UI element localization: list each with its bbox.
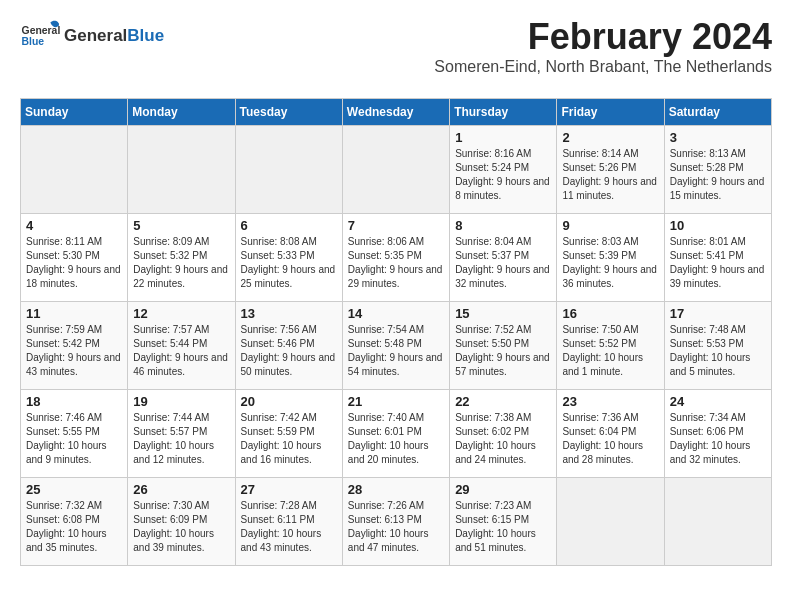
day-info: Sunrise: 7:50 AM Sunset: 5:52 PM Dayligh… (562, 323, 658, 379)
day-number: 20 (241, 394, 337, 409)
day-info: Sunrise: 7:38 AM Sunset: 6:02 PM Dayligh… (455, 411, 551, 467)
svg-text:Blue: Blue (22, 36, 45, 47)
day-number: 8 (455, 218, 551, 233)
calendar-cell: 16Sunrise: 7:50 AM Sunset: 5:52 PM Dayli… (557, 302, 664, 390)
day-number: 14 (348, 306, 444, 321)
day-number: 29 (455, 482, 551, 497)
day-number: 12 (133, 306, 229, 321)
day-number: 3 (670, 130, 766, 145)
day-info: Sunrise: 7:42 AM Sunset: 5:59 PM Dayligh… (241, 411, 337, 467)
day-info: Sunrise: 8:09 AM Sunset: 5:32 PM Dayligh… (133, 235, 229, 291)
calendar-cell: 7Sunrise: 8:06 AM Sunset: 5:35 PM Daylig… (342, 214, 449, 302)
calendar-cell: 8Sunrise: 8:04 AM Sunset: 5:37 PM Daylig… (450, 214, 557, 302)
calendar-cell: 4Sunrise: 8:11 AM Sunset: 5:30 PM Daylig… (21, 214, 128, 302)
calendar-cell (128, 126, 235, 214)
day-info: Sunrise: 7:48 AM Sunset: 5:53 PM Dayligh… (670, 323, 766, 379)
day-number: 1 (455, 130, 551, 145)
day-info: Sunrise: 7:57 AM Sunset: 5:44 PM Dayligh… (133, 323, 229, 379)
day-info: Sunrise: 7:54 AM Sunset: 5:48 PM Dayligh… (348, 323, 444, 379)
calendar-cell: 5Sunrise: 8:09 AM Sunset: 5:32 PM Daylig… (128, 214, 235, 302)
day-number: 6 (241, 218, 337, 233)
day-number: 24 (670, 394, 766, 409)
logo-icon: General Blue (20, 16, 60, 56)
day-info: Sunrise: 8:16 AM Sunset: 5:24 PM Dayligh… (455, 147, 551, 203)
day-info: Sunrise: 7:26 AM Sunset: 6:13 PM Dayligh… (348, 499, 444, 555)
month-title: February 2024 (434, 16, 772, 58)
day-number: 28 (348, 482, 444, 497)
day-info: Sunrise: 7:32 AM Sunset: 6:08 PM Dayligh… (26, 499, 122, 555)
weekday-header: Saturday (664, 99, 771, 126)
location-title: Someren-Eind, North Brabant, The Netherl… (434, 58, 772, 76)
calendar-cell: 14Sunrise: 7:54 AM Sunset: 5:48 PM Dayli… (342, 302, 449, 390)
day-number: 17 (670, 306, 766, 321)
day-info: Sunrise: 8:08 AM Sunset: 5:33 PM Dayligh… (241, 235, 337, 291)
day-number: 7 (348, 218, 444, 233)
day-info: Sunrise: 7:40 AM Sunset: 6:01 PM Dayligh… (348, 411, 444, 467)
calendar-cell: 29Sunrise: 7:23 AM Sunset: 6:15 PM Dayli… (450, 478, 557, 566)
calendar-cell: 15Sunrise: 7:52 AM Sunset: 5:50 PM Dayli… (450, 302, 557, 390)
calendar-cell: 6Sunrise: 8:08 AM Sunset: 5:33 PM Daylig… (235, 214, 342, 302)
day-info: Sunrise: 8:11 AM Sunset: 5:30 PM Dayligh… (26, 235, 122, 291)
calendar-cell: 17Sunrise: 7:48 AM Sunset: 5:53 PM Dayli… (664, 302, 771, 390)
day-info: Sunrise: 8:14 AM Sunset: 5:26 PM Dayligh… (562, 147, 658, 203)
day-number: 22 (455, 394, 551, 409)
calendar-cell: 11Sunrise: 7:59 AM Sunset: 5:42 PM Dayli… (21, 302, 128, 390)
logo: General Blue GeneralBlue (20, 16, 164, 56)
calendar-cell: 27Sunrise: 7:28 AM Sunset: 6:11 PM Dayli… (235, 478, 342, 566)
day-number: 25 (26, 482, 122, 497)
calendar-cell: 23Sunrise: 7:36 AM Sunset: 6:04 PM Dayli… (557, 390, 664, 478)
calendar-cell: 3Sunrise: 8:13 AM Sunset: 5:28 PM Daylig… (664, 126, 771, 214)
calendar-cell: 10Sunrise: 8:01 AM Sunset: 5:41 PM Dayli… (664, 214, 771, 302)
day-number: 21 (348, 394, 444, 409)
day-number: 10 (670, 218, 766, 233)
weekday-header: Wednesday (342, 99, 449, 126)
calendar-cell: 9Sunrise: 8:03 AM Sunset: 5:39 PM Daylig… (557, 214, 664, 302)
day-number: 13 (241, 306, 337, 321)
calendar-cell: 2Sunrise: 8:14 AM Sunset: 5:26 PM Daylig… (557, 126, 664, 214)
day-number: 26 (133, 482, 229, 497)
day-number: 2 (562, 130, 658, 145)
day-number: 19 (133, 394, 229, 409)
weekday-header: Friday (557, 99, 664, 126)
calendar-cell (664, 478, 771, 566)
day-number: 18 (26, 394, 122, 409)
day-info: Sunrise: 8:06 AM Sunset: 5:35 PM Dayligh… (348, 235, 444, 291)
day-info: Sunrise: 7:36 AM Sunset: 6:04 PM Dayligh… (562, 411, 658, 467)
day-number: 16 (562, 306, 658, 321)
calendar-cell: 19Sunrise: 7:44 AM Sunset: 5:57 PM Dayli… (128, 390, 235, 478)
day-info: Sunrise: 7:59 AM Sunset: 5:42 PM Dayligh… (26, 323, 122, 379)
calendar-table: SundayMondayTuesdayWednesdayThursdayFrid… (20, 98, 772, 566)
calendar-cell: 1Sunrise: 8:16 AM Sunset: 5:24 PM Daylig… (450, 126, 557, 214)
weekday-header: Thursday (450, 99, 557, 126)
calendar-cell: 24Sunrise: 7:34 AM Sunset: 6:06 PM Dayli… (664, 390, 771, 478)
day-info: Sunrise: 7:30 AM Sunset: 6:09 PM Dayligh… (133, 499, 229, 555)
calendar-cell: 18Sunrise: 7:46 AM Sunset: 5:55 PM Dayli… (21, 390, 128, 478)
day-info: Sunrise: 7:28 AM Sunset: 6:11 PM Dayligh… (241, 499, 337, 555)
day-number: 11 (26, 306, 122, 321)
weekday-header: Sunday (21, 99, 128, 126)
calendar-cell (235, 126, 342, 214)
logo-general-text: GeneralBlue (64, 27, 164, 46)
day-number: 5 (133, 218, 229, 233)
calendar-cell: 12Sunrise: 7:57 AM Sunset: 5:44 PM Dayli… (128, 302, 235, 390)
calendar-cell: 13Sunrise: 7:56 AM Sunset: 5:46 PM Dayli… (235, 302, 342, 390)
day-info: Sunrise: 7:23 AM Sunset: 6:15 PM Dayligh… (455, 499, 551, 555)
weekday-header: Monday (128, 99, 235, 126)
calendar-cell (21, 126, 128, 214)
day-number: 23 (562, 394, 658, 409)
day-info: Sunrise: 7:56 AM Sunset: 5:46 PM Dayligh… (241, 323, 337, 379)
day-info: Sunrise: 7:52 AM Sunset: 5:50 PM Dayligh… (455, 323, 551, 379)
calendar-cell: 21Sunrise: 7:40 AM Sunset: 6:01 PM Dayli… (342, 390, 449, 478)
calendar-cell: 22Sunrise: 7:38 AM Sunset: 6:02 PM Dayli… (450, 390, 557, 478)
weekday-header: Tuesday (235, 99, 342, 126)
day-info: Sunrise: 8:01 AM Sunset: 5:41 PM Dayligh… (670, 235, 766, 291)
calendar-cell: 28Sunrise: 7:26 AM Sunset: 6:13 PM Dayli… (342, 478, 449, 566)
calendar-cell: 25Sunrise: 7:32 AM Sunset: 6:08 PM Dayli… (21, 478, 128, 566)
day-info: Sunrise: 8:13 AM Sunset: 5:28 PM Dayligh… (670, 147, 766, 203)
day-info: Sunrise: 7:44 AM Sunset: 5:57 PM Dayligh… (133, 411, 229, 467)
day-info: Sunrise: 8:04 AM Sunset: 5:37 PM Dayligh… (455, 235, 551, 291)
calendar-header: February 2024 Someren-Eind, North Braban… (434, 16, 772, 86)
calendar-cell (342, 126, 449, 214)
calendar-cell (557, 478, 664, 566)
day-number: 15 (455, 306, 551, 321)
